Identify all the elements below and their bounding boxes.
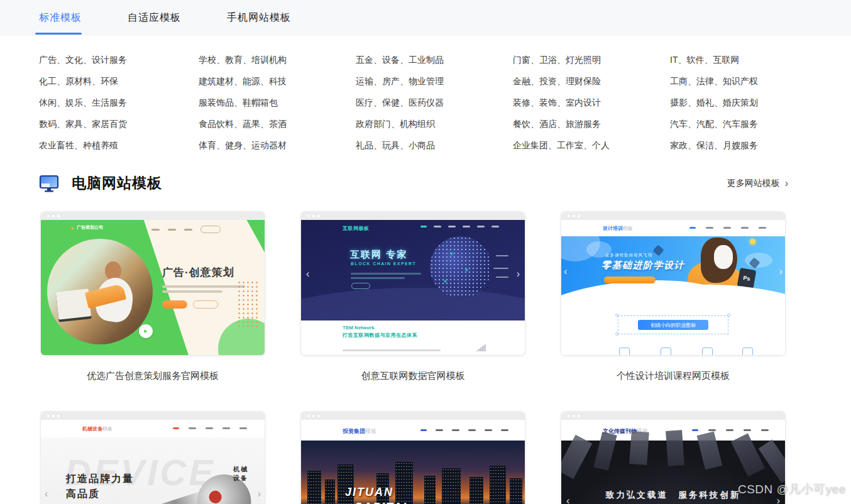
browser-dot-icon [47, 415, 50, 417]
template-cell-machinery: DEVICE 打造品牌力量 高品质 机械 设备 拥有资深专业技术团队 [41, 412, 265, 504]
mini-site-logo-text: 设计培训模板 [603, 225, 633, 232]
template-caption[interactable]: 创意互联网数据官网模板 [301, 370, 525, 382]
nav-item-bar [173, 427, 179, 429]
monitor-icon [39, 175, 59, 192]
category-link[interactable]: 服装饰品、鞋帽箱包 [199, 95, 356, 116]
category-link[interactable]: 汽车、汽配、汽车服务 [670, 116, 851, 138]
template-caption[interactable]: 优选广告创意策划服务官网模板 [41, 370, 265, 382]
template-card-machinery[interactable]: DEVICE 打造品牌力量 高品质 机械 设备 拥有资深专业技术团队 [41, 412, 265, 504]
browser-chrome-bar [41, 212, 265, 220]
lightbulb-icon [750, 239, 755, 244]
carousel-prev-arrow[interactable]: ‹ [45, 489, 48, 499]
template-footer-section: TEM Network 打造互联网数据与应用生态体系 [301, 320, 525, 355]
tab-standard-template[interactable]: 标准模板 [39, 0, 82, 36]
category-link[interactable]: 餐饮、酒店、旅游服务 [513, 116, 670, 138]
feature-icon-placeholder [702, 348, 713, 355]
nav-item-bar [168, 229, 176, 231]
category-link[interactable]: 体育、健身、运动器材 [199, 138, 356, 159]
category-link[interactable]: 装修、装饰、室内设计 [513, 95, 670, 116]
carousel-prev-arrow[interactable]: ‹ [564, 266, 567, 277]
mini-hero-title-line1: JITUAN [345, 486, 393, 499]
category-link[interactable]: 休闲、娱乐、生活服务 [39, 95, 199, 116]
nav-item-bar [436, 429, 443, 431]
mini-promo-badge [604, 277, 656, 283]
globe-spark [451, 253, 453, 255]
category-link[interactable]: 礼品、玩具、小商品 [356, 138, 513, 159]
category-link[interactable]: 学校、教育、培训机构 [199, 52, 356, 74]
selection-handle [615, 332, 618, 336]
mini-hero-title-line2: CAPITAL [354, 501, 411, 504]
category-link[interactable]: 数码、家具、家居百货 [39, 116, 199, 138]
logo-suffix-text: 模板 [623, 226, 633, 231]
category-link[interactable]: 五金、设备、工业制品 [356, 52, 513, 74]
category-link[interactable]: 运输、房产、物业管理 [356, 74, 513, 95]
text-placeholder-bar [351, 273, 421, 275]
logo-suffix-text: 模板 [102, 426, 113, 432]
chevron-right-icon: › [785, 178, 788, 189]
carousel-prev-arrow[interactable]: ‹ [306, 269, 309, 279]
browser-dot-icon [573, 215, 575, 217]
more-templates-link[interactable]: 更多网站模板 › [727, 178, 788, 189]
mini-hero-subtitle: BLOCK CHAIN EXPERT [351, 261, 416, 266]
book-shape [666, 430, 684, 466]
category-link[interactable]: 企业集团、工作室、个人 [513, 138, 670, 159]
nav-item-bar [501, 429, 508, 431]
browser-dot-icon [312, 215, 315, 217]
category-grid: 广告、文化、设计服务 化工、原材料、环保 休闲、娱乐、生活服务 数码、家具、家居… [39, 52, 851, 159]
template-card-design-training[interactable]: 设计培训模板 [561, 212, 785, 355]
browser-dot-icon [568, 415, 570, 417]
category-link[interactable]: 政府部门、机构组织 [356, 116, 513, 138]
tab-adaptive-template[interactable]: 自适应模板 [128, 0, 181, 36]
category-link[interactable]: 建筑建材、能源、科技 [199, 74, 356, 95]
category-link[interactable]: 金融、投资、理财保险 [513, 74, 670, 95]
mini-hero-title: 互联网 专家 [350, 249, 407, 261]
category-link[interactable]: 门窗、卫浴、灯光照明 [513, 52, 670, 74]
template-card-internet[interactable]: 互联网极板 互联网 专家 BLOCK CHAIN EXPERT [301, 212, 525, 355]
carousel-next-arrow[interactable]: › [779, 266, 782, 277]
category-link[interactable]: 摄影、婚礼、婚庆策划 [670, 95, 851, 116]
template-preview-internet: 互联网极板 互联网 专家 BLOCK CHAIN EXPERT [301, 220, 525, 355]
nav-item-bar [184, 229, 192, 231]
illustration-shirt-shape [714, 245, 733, 269]
book-shape [759, 439, 785, 483]
template-card-investment[interactable]: 投资集团模板 [301, 412, 525, 504]
mini-site-logo: ▲ 广告策划公司 [70, 224, 103, 231]
hero-banner: DEVICE 打造品牌力量 高品质 机械 设备 拥有资深专业技术团队 [41, 437, 265, 504]
nav-item-bar [448, 226, 456, 227]
building-silhouette [442, 468, 461, 504]
particle-globe [430, 236, 491, 298]
template-caption[interactable]: 个性设计培训课程网页模板 [561, 370, 785, 382]
browser-dot-icon [317, 415, 320, 417]
nav-item-bar [135, 229, 143, 231]
nav-item-bar [759, 227, 766, 229]
nav-item-bar [741, 227, 749, 229]
carousel-next-arrow[interactable]: › [258, 489, 261, 499]
mini-nav-placeholder [692, 429, 769, 431]
browser-dot-icon [57, 415, 60, 417]
category-link[interactable]: 家政、保洁、月嫂服务 [670, 138, 851, 159]
building-silhouette [510, 478, 522, 504]
browser-chrome-bar [301, 212, 525, 220]
building-silhouette [424, 476, 436, 504]
category-link[interactable]: IT、软件、互联网 [670, 52, 851, 74]
category-link[interactable]: 医疗、保健、医药仪器 [356, 95, 513, 116]
nav-item-bar [744, 429, 751, 431]
nav-item-bar [189, 427, 196, 429]
category-link[interactable]: 化工、原材料、环保 [39, 74, 199, 95]
globe-spark [444, 280, 446, 282]
nav-item-bar [206, 427, 213, 429]
section-title: 电脑网站模板 [72, 173, 162, 193]
template-cell-advertising: ▲ 广告策划公司 ▶ 广告·创意策划 [41, 212, 265, 382]
label-placeholder-bar [496, 277, 508, 278]
tab-mobile-template[interactable]: 手机网站模板 [227, 0, 291, 36]
book-shape [561, 435, 592, 479]
category-link[interactable]: 农业畜牲、种植养殖 [39, 138, 199, 159]
category-link[interactable]: 工商、法律、知识产权 [670, 74, 851, 95]
mini-nav-placeholder [173, 427, 247, 429]
category-link[interactable]: 广告、文化、设计服务 [39, 52, 199, 74]
template-card-advertising[interactable]: ▲ 广告策划公司 ▶ 广告·创意策划 [41, 212, 265, 355]
carousel-next-arrow[interactable]: › [517, 269, 520, 279]
nav-item-bar [692, 429, 698, 431]
carousel-prev-arrow[interactable]: ‹ [566, 496, 569, 504]
category-link[interactable]: 食品饮料、蔬果、茶酒 [199, 116, 356, 138]
